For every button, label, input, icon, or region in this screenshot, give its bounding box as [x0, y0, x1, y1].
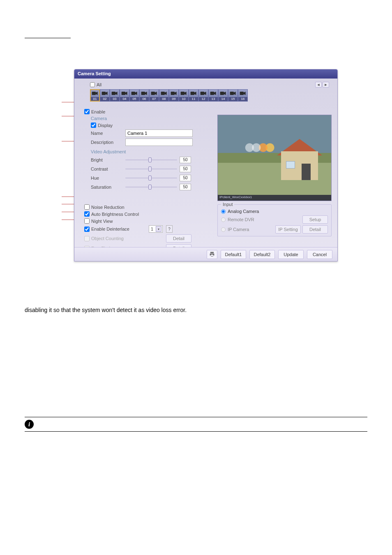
contrast-value: 50 [180, 166, 191, 172]
camera-icon [150, 90, 159, 97]
deinterlace-select[interactable]: 1 ▾ [149, 225, 163, 233]
chevron-down-icon: ▾ [156, 226, 161, 232]
saturation-slider[interactable] [125, 185, 177, 190]
svg-rect-14 [161, 92, 165, 95]
all-checkbox-input[interactable] [90, 82, 95, 87]
camera-icon [100, 90, 109, 97]
svg-rect-4 [112, 92, 115, 95]
noise-reduction-label: Noise Reduction [91, 205, 125, 210]
preview-caption: IPclient_WxxCxxIdxx1 [218, 195, 331, 201]
svg-rect-20 [191, 92, 194, 95]
ip-camera-radio-input [221, 227, 226, 232]
camera-tab-02[interactable]: 02 [100, 89, 110, 102]
print-button[interactable] [207, 250, 217, 259]
camera-tab-06[interactable]: 06 [139, 89, 149, 102]
camera-strip-next-button[interactable]: ► [323, 82, 329, 88]
ip-camera-radio[interactable]: IP Camera [221, 227, 249, 232]
ip-camera-label: IP Camera [228, 227, 249, 232]
camera-icon [228, 90, 238, 97]
camera-tab-15[interactable]: 15 [228, 89, 238, 102]
default1-button[interactable]: Default1 [221, 250, 246, 259]
camera-tab-08[interactable]: 08 [159, 89, 169, 102]
camera-tab-number: 09 [169, 97, 178, 101]
camera-icon [159, 90, 168, 97]
bright-slider[interactable] [125, 157, 177, 162]
camera-tab-number: 14 [219, 97, 228, 101]
camera-icon [120, 90, 129, 97]
ip-setting-button[interactable]: IP Setting [275, 225, 301, 234]
ip-camera-detail-button[interactable]: Detail [302, 225, 328, 234]
help-icon: ? [168, 227, 171, 231]
hue-value: 50 [180, 175, 191, 181]
analog-camera-radio-input[interactable] [221, 209, 226, 214]
preview-house-graphic [277, 139, 322, 184]
cancel-button[interactable]: Cancel [307, 250, 332, 259]
saturation-label: Saturation [91, 185, 125, 190]
camera-tab-number: 12 [199, 97, 208, 101]
svg-rect-28 [230, 92, 234, 95]
remote-dvr-radio[interactable]: Remote DVR [221, 217, 254, 222]
camera-tab-number: 03 [110, 97, 119, 101]
enable-deinterlace-checkbox[interactable] [84, 227, 90, 232]
camera-tab-number: 13 [209, 97, 218, 101]
description-label: Description [91, 140, 125, 145]
svg-marker-19 [184, 92, 187, 95]
night-view-checkbox[interactable] [84, 218, 90, 224]
camera-tab-number: 10 [179, 97, 188, 101]
camera-tab-16[interactable]: 16 [238, 89, 248, 102]
bright-value: 50 [180, 157, 191, 163]
all-checkbox[interactable]: All [90, 82, 101, 87]
svg-rect-6 [122, 92, 125, 95]
camera-tab-03[interactable]: 03 [110, 89, 120, 102]
camera-tab-01[interactable]: 01 [90, 89, 100, 102]
remote-dvr-setup-button[interactable]: Setup [302, 215, 328, 224]
input-group-legend: Input [221, 202, 234, 207]
description-input[interactable] [125, 139, 193, 146]
svg-rect-10 [141, 92, 145, 95]
contrast-slider[interactable] [125, 166, 177, 171]
analog-camera-label: Analog Camera [228, 209, 259, 214]
camera-tab-07[interactable]: 07 [149, 89, 159, 102]
svg-marker-27 [224, 92, 226, 95]
enable-deinterlace-label: Enable Deinterlace [91, 227, 145, 231]
dialog-titlebar: Camera Setting [74, 69, 337, 79]
update-button[interactable]: Update [278, 250, 304, 259]
default2-button[interactable]: Default2 [249, 250, 275, 259]
svg-rect-12 [151, 92, 155, 95]
noise-reduction-checkbox[interactable] [84, 204, 90, 210]
remote-dvr-radio-input [221, 217, 226, 222]
svg-rect-24 [210, 92, 214, 95]
svg-marker-25 [214, 92, 216, 95]
camera-tab-number: 15 [228, 97, 238, 101]
enable-label: Enable [91, 109, 105, 114]
info-bar: i [25, 417, 367, 432]
camera-tab-09[interactable]: 09 [169, 89, 179, 102]
camera-tab-14[interactable]: 14 [218, 89, 228, 102]
camera-icon [179, 90, 188, 97]
camera-icon [110, 90, 119, 97]
camera-tab-13[interactable]: 13 [208, 89, 218, 102]
auto-brightness-checkbox[interactable] [84, 211, 90, 217]
dialog-title: Camera Setting [78, 71, 111, 76]
camera-tab-10[interactable]: 10 [179, 89, 189, 102]
camera-tab-11[interactable]: 11 [189, 89, 198, 102]
display-label: Display [98, 123, 113, 128]
hue-label: Hue [91, 176, 125, 180]
deinterlace-value: 1 [151, 227, 153, 231]
camera-icon [90, 90, 99, 97]
camera-tab-05[interactable]: 05 [129, 89, 139, 102]
name-input[interactable] [125, 130, 193, 137]
deinterlace-help-button[interactable]: ? [166, 225, 173, 233]
camera-tab-12[interactable]: 12 [198, 89, 208, 102]
remote-dvr-label: Remote DVR [228, 217, 254, 222]
camera-strip-prev-button[interactable]: ◄ [315, 82, 322, 88]
hue-slider[interactable] [125, 176, 177, 180]
enable-checkbox[interactable] [84, 109, 90, 114]
svg-rect-26 [220, 92, 224, 95]
object-counting-detail-button[interactable]: Detail [166, 234, 191, 243]
analog-camera-radio[interactable]: Analog Camera [221, 209, 259, 214]
camera-tab-number: 06 [140, 97, 149, 101]
camera-tab-04[interactable]: 04 [120, 89, 129, 102]
display-checkbox[interactable] [91, 123, 96, 128]
camera-group-label: Camera [91, 116, 208, 121]
